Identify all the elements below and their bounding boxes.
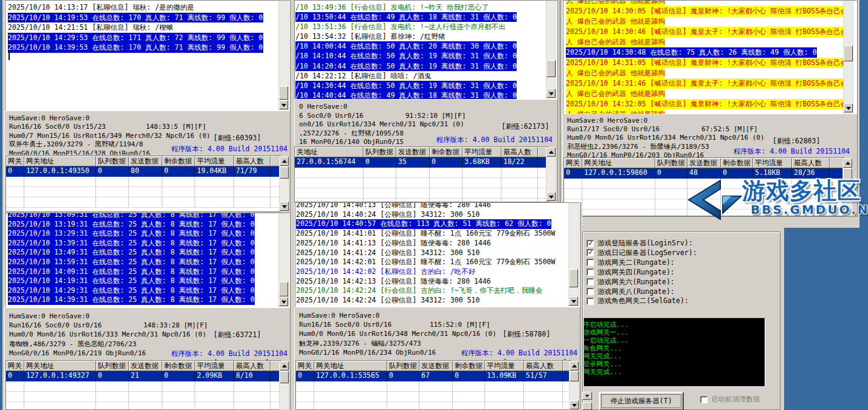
chat-log[interactable]: /10 13:49:36 [行会信息] 发电机: !~昨天 给我打恶心了/10 … (294, 0, 557, 100)
clipped-combo-button[interactable] (582, 392, 592, 400)
scrollbar-thumb[interactable] (844, 46, 853, 61)
scrollbar-down-icon[interactable] (279, 297, 288, 306)
column-header[interactable]: 发送数据 (419, 361, 453, 371)
scrollbar-thumb[interactable] (569, 269, 578, 287)
column-header[interactable]: 网关地址 (314, 361, 387, 371)
column-header[interactable]: 网关 (6, 156, 24, 166)
gateway-row-selected[interactable]: 27.0.0.1:5674403503.68KB18/22 (295, 157, 548, 168)
gateway-row-empty[interactable] (295, 188, 548, 199)
log-scrollbar[interactable] (278, 1, 289, 110)
scrollbar-thumb[interactable] (570, 371, 579, 381)
table-scrollbar[interactable] (569, 361, 579, 410)
gateway-table[interactable]: 网关网关地址队列数据发送数据剩余数据平均流量最高人数0127.0.0.1:535… (295, 360, 571, 410)
gateway-row-empty[interactable] (296, 381, 570, 392)
column-header[interactable]: 发送数据 (129, 156, 162, 166)
log-scrollbar[interactable] (568, 203, 579, 306)
gateway-row-empty[interactable] (6, 197, 280, 208)
column-header[interactable]: 平均流量 (463, 147, 501, 157)
scrollbar-down-icon[interactable] (280, 202, 289, 211)
server-checkbox-7[interactable]: 游戏角色网关二(SelGate): (587, 296, 689, 306)
scrollbar-thumb[interactable] (280, 371, 289, 383)
chat-log[interactable]: 人 爆自己会的武器 他就是舔狗2025/10/10 14:30:05 [喊话信息… (563, 0, 857, 114)
column-header[interactable]: 发送数据 (129, 361, 162, 371)
server-checkbox-2[interactable]: ✓游戏日记服务器(LogServer): (587, 248, 697, 258)
column-header[interactable]: 剩余数据 (453, 361, 485, 371)
gateway-row-empty[interactable] (6, 187, 280, 197)
gateway-row-empty[interactable] (6, 392, 280, 402)
column-header[interactable]: 网关 (564, 158, 582, 168)
server-checkbox-5[interactable]: 游戏网关六(Rungate): (587, 278, 675, 287)
gateway-row-empty[interactable] (6, 381, 280, 392)
chat-log[interactable]: 2025/10/10 14:40:13 [公聊信息] 随便毒毒: 280 144… (295, 202, 580, 307)
gateway-row-empty[interactable] (296, 402, 570, 410)
column-header[interactable]: 队列数据 (387, 361, 419, 371)
gateway-row-selected[interactable]: 0127.0.0.1:4932702102.09KB8/10 (6, 371, 280, 381)
column-header[interactable]: 最高人数 (524, 361, 563, 371)
column-header[interactable]: 平均流量 (195, 361, 234, 371)
scrollbar-down-icon[interactable] (844, 103, 853, 112)
clipped-widget[interactable] (582, 402, 592, 410)
column-header[interactable]: 队列数据 (96, 361, 129, 371)
log-scrollbar[interactable] (278, 214, 289, 307)
column-header[interactable]: 剩余数据 (721, 158, 753, 168)
column-header[interactable]: 关地址 (295, 147, 363, 157)
checkbox-checked-icon[interactable]: ✓ (587, 249, 594, 256)
scrollbar-up-icon[interactable] (570, 361, 579, 371)
server-checkbox-1[interactable]: ✓游戏登陆服务器(LoginSrv): (587, 239, 693, 248)
column-header[interactable]: 剩余数据 (162, 361, 195, 371)
column-header[interactable]: 平均流量 (753, 158, 792, 168)
column-header[interactable]: 队列数据 (96, 156, 129, 166)
checkbox-unchecked-icon[interactable] (587, 259, 594, 266)
scrollbar-up-icon[interactable] (843, 159, 852, 168)
column-header[interactable]: 网关地址 (582, 158, 655, 168)
scrollbar-thumb[interactable] (279, 86, 288, 100)
column-header[interactable]: 剩余数据 (430, 147, 463, 157)
scrollbar-down-icon[interactable] (570, 400, 579, 409)
column-header[interactable]: 发送数据 (396, 147, 430, 157)
gateway-row-empty[interactable] (295, 168, 548, 178)
column-header[interactable]: 队列数据 (655, 158, 687, 168)
checkbox-unchecked-icon[interactable] (587, 298, 594, 305)
log-scrollbar[interactable] (546, 1, 556, 98)
clean-data-checkbox-box[interactable] (700, 396, 708, 403)
column-header[interactable]: 最高人数 (234, 361, 270, 371)
scrollbar-thumb[interactable] (546, 60, 556, 77)
column-header[interactable]: 网关 (6, 361, 24, 371)
checkbox-checked-icon[interactable]: ✓ (587, 240, 594, 247)
column-header[interactable]: 最高人数 (501, 147, 538, 157)
gateway-row-empty[interactable] (295, 178, 548, 188)
chat-log[interactable]: 2025/10/10 14:13:17 [私聊信息] 瑞秋: /是的撒的是202… (5, 0, 290, 111)
column-header[interactable]: 平均流量 (195, 156, 234, 166)
column-header[interactable]: 最高人数 (234, 156, 270, 166)
checkbox-unchecked-icon[interactable] (587, 268, 594, 276)
scrollbar-thumb[interactable] (279, 282, 288, 296)
clean-data-checkbox[interactable]: 启动前清理数据 (700, 395, 760, 404)
server-checkbox-3[interactable]: 游戏网关二(Rungate): (587, 258, 675, 267)
column-header[interactable]: 网关 (296, 361, 314, 371)
gateway-row-selected[interactable]: 0127.0.0.1:53565067013.09KB51/57 (296, 371, 570, 381)
table-scrollbar[interactable] (546, 147, 556, 202)
gateway-row-empty[interactable] (296, 392, 570, 402)
table-scrollbar[interactable] (279, 156, 289, 211)
server-checkbox-4[interactable]: 游戏网关四(Rungate): (587, 268, 675, 277)
stop-server-button[interactable]: 停止游戏服务器(T) (599, 392, 684, 410)
scrollbar-up-icon[interactable] (280, 157, 289, 166)
scrollbar-thumb[interactable] (280, 166, 289, 179)
gateway-row-empty[interactable] (6, 402, 280, 410)
scrollbar-up-icon[interactable] (280, 361, 289, 371)
chat-log[interactable]: 2025/10/10 13:09:31 在线总数: 25 真人数: 8 离线数:… (5, 213, 290, 308)
column-header[interactable]: 网关地址 (24, 361, 96, 371)
table-scrollbar[interactable] (279, 361, 289, 410)
column-header[interactable]: 平均流量 (485, 361, 524, 371)
column-header[interactable]: 队列数据 (363, 147, 396, 157)
gateway-table[interactable]: 网关网关地址队列数据发送数据剩余数据平均流量最高人数0127.0.0.1:493… (5, 360, 281, 410)
scrollbar-down-icon[interactable] (546, 192, 556, 201)
gateway-row-empty[interactable] (6, 177, 280, 187)
checkbox-unchecked-icon[interactable] (587, 278, 594, 285)
scrollbar-down-icon[interactable] (569, 296, 578, 306)
gateway-table[interactable]: 网关网关地址队列数据发送数据剩余数据平均流量最高人数0127.0.0.1:493… (5, 155, 281, 212)
scrollbar-down-icon[interactable] (279, 100, 288, 109)
log-scrollbar[interactable] (843, 1, 853, 114)
column-header[interactable]: 发送数据 (687, 158, 721, 168)
server-checkbox-6[interactable]: 游戏网关八(Rungate): (587, 287, 675, 296)
